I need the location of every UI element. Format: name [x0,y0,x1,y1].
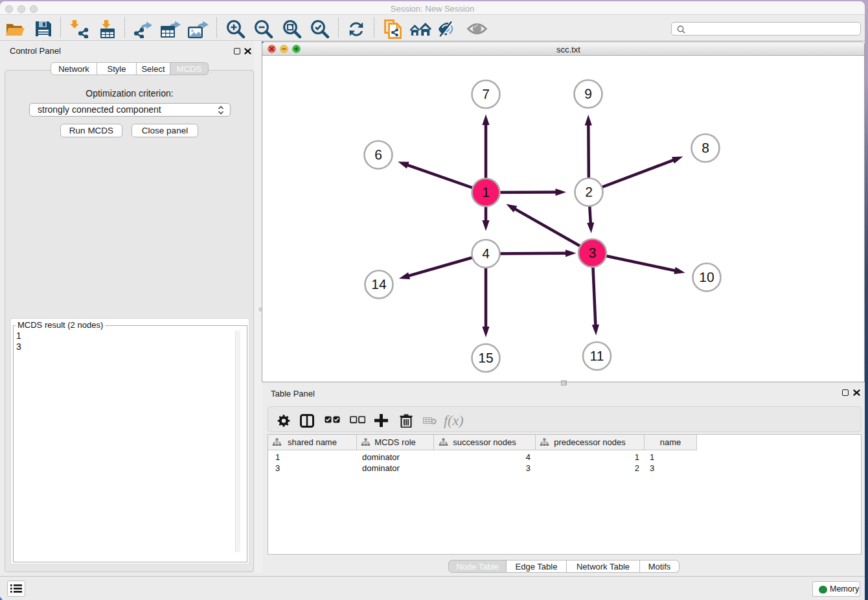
svg-text:10: 10 [699,270,714,284]
svg-text:11: 11 [590,348,604,363]
svg-text:4: 4 [482,246,490,260]
svg-text:3: 3 [589,245,597,260]
svg-text:9: 9 [584,86,592,101]
svg-text:8: 8 [702,140,709,155]
svg-text:15: 15 [478,350,493,365]
svg-text:6: 6 [374,147,382,162]
svg-text:7: 7 [482,86,490,101]
svg-text:14: 14 [371,277,387,292]
svg-text:1: 1 [482,185,490,200]
svg-text:2: 2 [585,184,593,199]
